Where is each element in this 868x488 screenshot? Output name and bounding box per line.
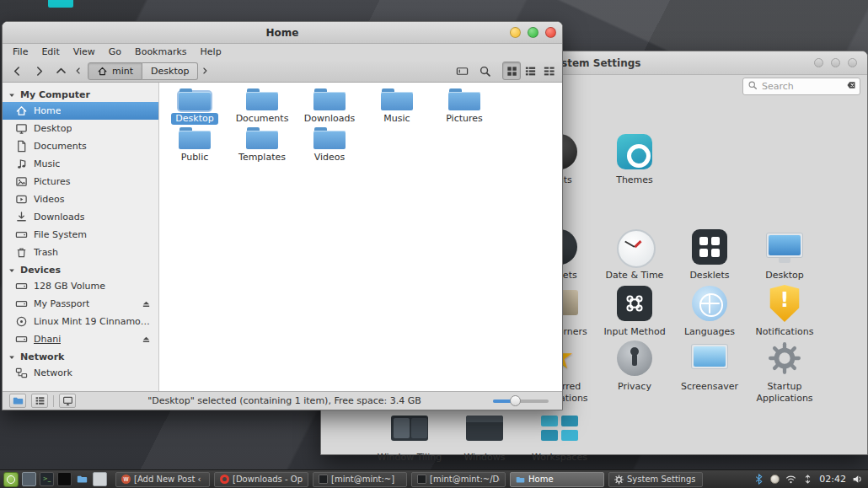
breadcrumb-scroll-left-button[interactable] <box>72 62 84 80</box>
settings-item-notifications[interactable]: Notifications <box>749 283 820 338</box>
terminal-icon <box>417 475 426 484</box>
sidebar-item-pictures[interactable]: Pictures <box>3 173 158 190</box>
menu-go[interactable]: Go <box>102 46 128 58</box>
sidebar-item-dhani[interactable]: Dhani <box>3 330 158 348</box>
taskbar-button-system-settings[interactable]: System Settings <box>608 472 703 487</box>
sidebar-section-devices[interactable]: Devices <box>3 261 158 277</box>
forward-icon <box>33 65 46 78</box>
sidebar-item-my-passport[interactable]: My Passport <box>3 295 158 313</box>
file-item-templates[interactable]: Templates <box>228 125 296 164</box>
settings-item-windows[interactable]: Windows <box>449 409 520 464</box>
file-grid[interactable]: Desktop Documents Downloads Music Pictur… <box>159 83 562 391</box>
search-button[interactable] <box>474 62 496 80</box>
screenshot-launcher[interactable] <box>93 472 107 486</box>
settings-maximize-button[interactable] <box>831 58 840 67</box>
sidebar-item-128gb-volume[interactable]: 128 GB Volume <box>3 277 158 295</box>
settings-item-themes[interactable]: Themes <box>599 131 670 186</box>
statusbar: "Desktop" selected (containing 1 item), … <box>3 391 562 410</box>
terminal-launcher[interactable] <box>40 472 54 486</box>
grid-view-button[interactable] <box>502 62 521 80</box>
breadcrumb-home[interactable]: mint <box>88 62 142 80</box>
sidebar-item-videos[interactable]: Videos <box>3 190 158 208</box>
settings-item-privacy[interactable]: Privacy <box>599 338 670 393</box>
volume-icon[interactable] <box>852 474 863 485</box>
settings-search-input[interactable] <box>742 78 860 95</box>
wifi-icon[interactable] <box>785 474 796 485</box>
file-item-documents[interactable]: Documents <box>228 86 296 125</box>
clear-search-icon[interactable] <box>846 80 856 90</box>
file-item-desktop[interactable]: Desktop <box>161 86 228 125</box>
settings-item-date-time[interactable]: Date & Time <box>599 227 670 282</box>
terminal-dark-launcher[interactable] <box>57 472 72 486</box>
settings-item-desktop[interactable]: Desktop <box>749 227 820 282</box>
compact-view-button[interactable] <box>539 62 558 80</box>
places-toggle-button[interactable] <box>9 394 26 408</box>
forward-button[interactable] <box>29 62 50 80</box>
sync-icon[interactable] <box>802 474 813 485</box>
menu-view[interactable]: View <box>67 46 102 58</box>
sidebar-item-desktop[interactable]: Desktop <box>3 120 158 137</box>
close-button[interactable] <box>545 27 556 38</box>
taskbar-clock[interactable]: 02:42 <box>819 474 846 485</box>
sidebar-item-home[interactable]: Home <box>3 102 158 120</box>
show-desktop-button[interactable] <box>22 472 36 486</box>
zoom-slider[interactable] <box>493 392 555 410</box>
settings-item-screensaver[interactable]: Screensaver <box>674 338 745 393</box>
menu-file[interactable]: File <box>6 46 35 58</box>
files-launcher[interactable] <box>75 472 89 486</box>
settings-item-input-method[interactable]: Input Method <box>599 283 670 338</box>
settings-item-languages[interactable]: Languages <box>674 283 745 338</box>
maximize-button[interactable] <box>528 27 538 38</box>
taskbar-button-terminal-2[interactable]: [mint@mint:~/Dow... <box>411 472 506 487</box>
sidebar-item-network[interactable]: Network <box>3 364 158 382</box>
minimized-window-tab[interactable] <box>48 0 73 8</box>
file-item-music[interactable]: Music <box>363 86 431 125</box>
taskbar-button-opera[interactable]: [Downloads - Opera] <box>214 472 308 487</box>
sidebar-item-linux-mint-19[interactable]: Linux Mint 19 Cinnamon ... <box>3 313 158 330</box>
menu-bookmarks[interactable]: Bookmarks <box>128 46 193 58</box>
settings-minimize-button[interactable] <box>814 58 823 67</box>
breadcrumb-scroll-right-button[interactable] <box>199 62 211 80</box>
settings-item-startup-applications[interactable]: Startup Applications <box>749 338 820 405</box>
sidebar-toggle-button[interactable] <box>59 394 76 408</box>
file-manager-titlebar[interactable]: Home <box>3 22 562 44</box>
breadcrumb-desktop[interactable]: Desktop <box>142 62 198 80</box>
eject-icon[interactable] <box>141 298 152 309</box>
eject-icon[interactable] <box>141 334 152 345</box>
mint-menu-button[interactable] <box>3 472 19 487</box>
applet-circle-icon[interactable] <box>770 475 780 484</box>
file-item-public[interactable]: Public <box>161 125 228 164</box>
file-item-videos[interactable]: Videos <box>296 125 363 164</box>
menu-edit[interactable]: Edit <box>35 46 66 58</box>
taskbar-button-home[interactable]: Home <box>510 472 604 487</box>
list-view-button[interactable] <box>521 62 539 80</box>
edit-location-button[interactable] <box>452 62 473 80</box>
sidebar-item-file-system[interactable]: File System <box>3 226 158 244</box>
sidebar-item-downloads[interactable]: Downloads <box>3 208 158 226</box>
folder-icon <box>179 92 211 110</box>
settings-item-desklets[interactable]: Desklets <box>674 227 745 282</box>
sidebar-section-network[interactable]: Network <box>3 348 158 364</box>
minimize-button[interactable] <box>510 27 521 38</box>
folder-icon <box>448 92 480 110</box>
menubar: File Edit View Go Bookmarks Help <box>3 44 562 60</box>
file-item-pictures[interactable]: Pictures <box>431 86 498 125</box>
back-button[interactable] <box>7 62 28 80</box>
sidebar-item-trash[interactable]: Trash <box>3 244 158 261</box>
menu-help[interactable]: Help <box>194 46 228 58</box>
settings-close-button[interactable] <box>848 58 857 67</box>
file-item-downloads[interactable]: Downloads <box>296 86 363 125</box>
zoom-handle[interactable] <box>510 395 521 406</box>
taskbar-button-add-new-post[interactable]: [Add New Post ‹ Ma... <box>115 472 210 487</box>
bluetooth-icon[interactable] <box>753 474 764 485</box>
sidebar-item-music[interactable]: Music <box>3 155 158 173</box>
settings-item-workspaces[interactable]: Workspaces <box>524 409 595 464</box>
settings-item-window-tiling[interactable]: Window Tiling <box>374 409 445 464</box>
sidebar-section-my-computer[interactable]: My Computer <box>3 86 158 102</box>
windows-icon <box>464 409 505 449</box>
up-button[interactable] <box>51 62 72 80</box>
treeview-toggle-button[interactable] <box>31 394 48 408</box>
taskbar-button-terminal-1[interactable]: [mint@mint:~] <box>313 472 407 487</box>
sidebar-item-documents[interactable]: Documents <box>3 137 158 155</box>
opera-icon <box>220 475 229 484</box>
